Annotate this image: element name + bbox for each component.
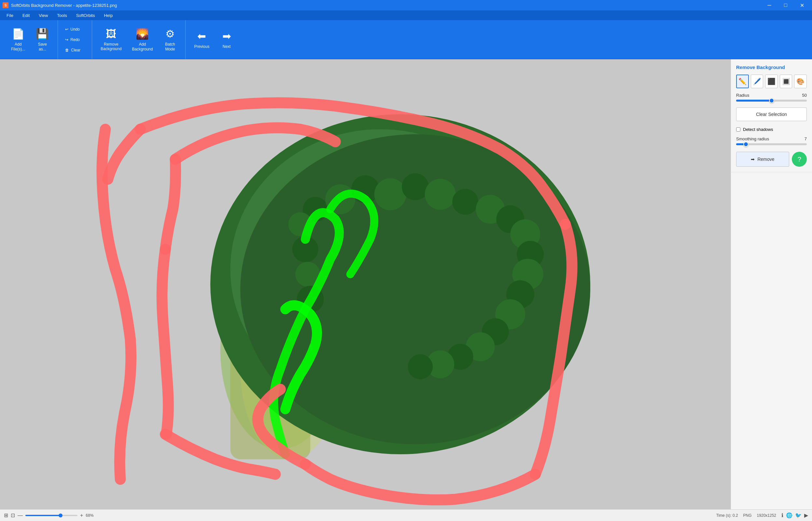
menu-view[interactable]: View xyxy=(35,12,52,19)
radius-label: Radius xyxy=(736,93,749,98)
smoothing-value: 7 xyxy=(805,136,807,141)
canvas-area[interactable] xyxy=(0,59,730,509)
radius-slider-track[interactable] xyxy=(736,100,807,101)
remove-brush-icon: 🖊️ xyxy=(753,77,761,85)
smoothing-row: Smoothing radius 7 xyxy=(736,136,807,141)
clear-selection-button[interactable]: Clear Selection xyxy=(736,108,807,121)
keep-brush-icon: ✏️ xyxy=(738,77,746,85)
zoom-controls: ⊞ ⊡ — + 68% xyxy=(4,512,93,518)
magic-icon: 🎨 xyxy=(796,77,805,85)
remove-arrow-icon: ➡ xyxy=(751,157,755,162)
svg-point-11 xyxy=(402,173,429,200)
tool-icons-row: ✏️ 🖊️ ⬛ 🔳 🎨 xyxy=(736,74,807,88)
svg-point-10 xyxy=(374,178,406,210)
help-icon: ? xyxy=(797,156,801,163)
radius-slider-fill xyxy=(736,100,772,101)
save-as-button[interactable]: 💾 Saveas... xyxy=(31,25,54,54)
app-icon: S xyxy=(3,2,8,8)
redo-button[interactable]: ↪ Redo xyxy=(62,36,88,44)
add-files-label: AddFile(s)... xyxy=(11,42,25,51)
clear-button[interactable]: 🗑 Clear xyxy=(62,46,88,54)
detect-shadows-row: Detect shadows xyxy=(736,127,807,132)
batch-mode-button[interactable]: ⚙ BatchMode xyxy=(159,25,181,54)
zoom-level: 68% xyxy=(86,513,93,518)
youtube-icon[interactable]: ▶ xyxy=(804,512,808,518)
main-tools-group: 🖼 RemoveBackground 🌄 AddBackground ⚙ Bat… xyxy=(92,20,186,59)
maximize-button[interactable]: □ xyxy=(778,0,793,10)
zoom-slider-thumb[interactable] xyxy=(59,514,63,517)
smoothing-slider-thumb[interactable] xyxy=(743,142,748,147)
smoothing-slider-track[interactable] xyxy=(736,143,807,145)
magic-button[interactable]: 🎨 xyxy=(794,74,807,88)
titlebar-left: S SoftOrbits Background Remover - appeti… xyxy=(3,2,117,8)
redo-icon: ↪ xyxy=(65,38,68,42)
website-icon[interactable]: 🌐 xyxy=(786,512,792,518)
info-icon[interactable]: ℹ xyxy=(782,512,783,518)
clear-icon: 🗑 xyxy=(65,48,69,52)
redo-label: Redo xyxy=(70,38,80,42)
radius-value: 50 xyxy=(802,93,807,98)
minimize-button[interactable]: ─ xyxy=(762,0,777,10)
radius-slider-thumb[interactable] xyxy=(769,98,774,103)
menu-file[interactable]: File xyxy=(3,12,17,19)
keep-brush-button[interactable]: ✏️ xyxy=(736,74,749,88)
svg-point-12 xyxy=(425,179,456,210)
zoom-actual-button[interactable]: ⊡ xyxy=(11,512,15,518)
zoom-slider-track[interactable] xyxy=(25,515,77,516)
twitter-icon[interactable]: 🐦 xyxy=(795,512,802,518)
radius-row: Radius 50 xyxy=(736,93,807,98)
detect-shadows-checkbox[interactable] xyxy=(736,127,740,132)
statusbar: ⊞ ⊡ — + 68% Time (s): 0.2 PNG 1920x1252 … xyxy=(0,509,812,521)
next-icon: ➡ xyxy=(223,30,231,42)
format-label: PNG xyxy=(743,513,752,518)
social-icons: ℹ 🌐 🐦 ▶ xyxy=(782,512,808,518)
previous-button[interactable]: ⬅ Previous xyxy=(189,25,214,54)
menu-tools[interactable]: Tools xyxy=(53,12,71,19)
toolbar: 📄 AddFile(s)... 💾 Saveas... ↩ Undo ↪ Red… xyxy=(0,20,812,59)
previous-label: Previous xyxy=(194,44,209,49)
menu-help[interactable]: Help xyxy=(100,12,117,19)
undo-label: Undo xyxy=(70,27,80,31)
batch-mode-icon: ⚙ xyxy=(165,28,175,40)
menu-softorbits[interactable]: SoftOrbits xyxy=(72,12,99,19)
clear-label: Clear xyxy=(71,48,80,52)
canvas-svg xyxy=(0,59,730,509)
titlebar-controls[interactable]: ─ □ ✕ xyxy=(762,0,809,10)
add-background-label: AddBackground xyxy=(132,42,153,51)
remove-background-button[interactable]: 🖼 RemoveBackground xyxy=(96,25,126,54)
help-button[interactable]: ? xyxy=(792,152,807,167)
undo-button[interactable]: ↩ Undo xyxy=(62,25,88,33)
add-files-icon: 📄 xyxy=(12,28,25,40)
history-group: ↩ Undo ↪ Redo 🗑 Clear xyxy=(58,20,92,59)
statusbar-right: Time (s): 0.2 PNG 1920x1252 ℹ 🌐 🐦 ▶ xyxy=(716,512,808,518)
menu-edit[interactable]: Edit xyxy=(19,12,33,19)
next-button[interactable]: ➡ Next xyxy=(215,25,238,54)
nav-group: ⬅ Previous ➡ Next xyxy=(186,20,242,59)
zoom-fit-button[interactable]: ⊞ xyxy=(4,512,8,518)
detect-shadows-label[interactable]: Detect shadows xyxy=(743,127,773,132)
eraser-button[interactable]: ⬛ xyxy=(765,74,778,88)
smart-eraser-icon: 🔳 xyxy=(782,77,790,85)
menubar: File Edit View Tools SoftOrbits Help xyxy=(0,10,812,20)
titlebar: S SoftOrbits Background Remover - appeti… xyxy=(0,0,812,10)
remove-brush-button[interactable]: 🖊️ xyxy=(751,74,764,88)
file-group: 📄 AddFile(s)... 💾 Saveas... xyxy=(3,20,58,59)
close-button[interactable]: ✕ xyxy=(794,0,809,10)
panel-title: Remove Background xyxy=(736,65,807,70)
svg-point-13 xyxy=(452,189,478,215)
main-area: Remove Background ✏️ 🖊️ ⬛ 🔳 🎨 xyxy=(0,59,812,509)
eraser-icon: ⬛ xyxy=(767,77,775,85)
next-label: Next xyxy=(223,44,231,49)
zoom-minus-button[interactable]: — xyxy=(18,513,23,518)
add-background-button[interactable]: 🌄 AddBackground xyxy=(127,25,157,54)
panel-remove-bg: Remove Background ✏️ 🖊️ ⬛ 🔳 🎨 xyxy=(731,59,812,172)
zoom-plus-button[interactable]: + xyxy=(80,513,83,518)
batch-mode-label: BatchMode xyxy=(165,42,175,51)
undo-icon: ↩ xyxy=(65,27,68,31)
svg-point-25 xyxy=(408,354,433,379)
remove-button[interactable]: ➡ Remove xyxy=(736,152,789,167)
save-as-icon: 💾 xyxy=(36,28,49,40)
add-files-button[interactable]: 📄 AddFile(s)... xyxy=(6,25,30,54)
save-as-label: Saveas... xyxy=(38,42,47,51)
smart-eraser-button[interactable]: 🔳 xyxy=(780,74,792,88)
